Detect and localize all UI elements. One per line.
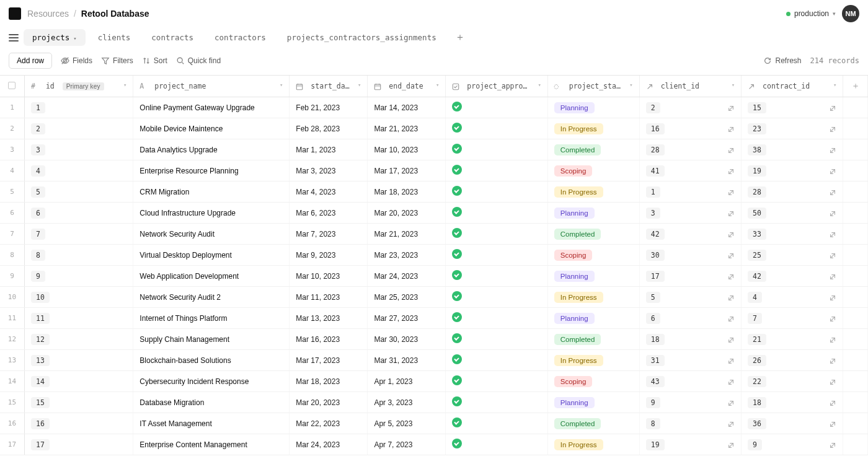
- open-external-icon[interactable]: [829, 167, 836, 175]
- column-header-id[interactable]: # id Primary key ▾: [24, 76, 133, 97]
- quick-find-button[interactable]: Quick find: [176, 56, 221, 66]
- table-row[interactable]: 1414Cybersecurity Incident ResponseMar 1…: [0, 371, 868, 392]
- cell-status[interactable]: Planning: [547, 392, 639, 413]
- tab-clients[interactable]: clients: [89, 29, 140, 46]
- cell-end-date[interactable]: Mar 21, 2023: [368, 224, 446, 245]
- open-external-icon[interactable]: [727, 315, 735, 322]
- cell-status[interactable]: In Progress: [547, 118, 639, 139]
- open-external-icon[interactable]: [727, 399, 735, 406]
- cell-id[interactable]: 6: [24, 203, 133, 224]
- cell-contract-id[interactable]: 38: [742, 139, 843, 160]
- cell-contract-id[interactable]: 42: [742, 266, 843, 287]
- table-viewport[interactable]: # id Primary key ▾ A project_name ▾ star…: [0, 75, 868, 459]
- cell-client-id[interactable]: 9: [639, 392, 741, 413]
- cell-end-date[interactable]: Mar 21, 2023: [368, 118, 446, 139]
- table-row[interactable]: 1010Network Security Audit 2Mar 11, 2023…: [0, 287, 868, 308]
- cell-client-id[interactable]: 16: [639, 118, 741, 139]
- cell-contract-id[interactable]: 4: [742, 287, 843, 308]
- cell-approved[interactable]: [446, 181, 547, 203]
- table-row[interactable]: 33Data Analytics UpgradeMar 1, 2023Mar 1…: [0, 139, 868, 160]
- column-header-start-date[interactable]: start_da… ▾: [290, 76, 368, 97]
- open-external-icon[interactable]: [829, 230, 836, 238]
- cell-contract-id[interactable]: 19: [742, 160, 843, 181]
- cell-end-date[interactable]: Apr 5, 2023: [368, 413, 446, 434]
- cell-end-date[interactable]: Mar 23, 2023: [368, 245, 446, 266]
- open-external-icon[interactable]: [727, 146, 735, 154]
- cell-project-name[interactable]: Supply Chain Management: [133, 329, 290, 350]
- cell-end-date[interactable]: Apr 1, 2023: [368, 371, 446, 392]
- cell-project-name[interactable]: Database Migration: [133, 392, 290, 413]
- cell-start-date[interactable]: Mar 17, 2023: [290, 350, 368, 371]
- cell-contract-id[interactable]: 21: [742, 329, 843, 350]
- cell-start-date[interactable]: Mar 7, 2023: [290, 224, 368, 245]
- open-external-icon[interactable]: [829, 441, 836, 448]
- cell-start-date[interactable]: Mar 22, 2023: [290, 413, 368, 434]
- cell-status[interactable]: Completed: [547, 224, 639, 245]
- cell-start-date[interactable]: Mar 6, 2023: [290, 203, 368, 224]
- open-external-icon[interactable]: [829, 125, 836, 133]
- cell-approved[interactable]: [446, 308, 547, 329]
- cell-project-name[interactable]: Blockchain-based Solutions: [133, 350, 290, 371]
- table-row[interactable]: 77Network Security AuditMar 7, 2023Mar 2…: [0, 224, 868, 245]
- open-external-icon[interactable]: [829, 273, 836, 280]
- cell-start-date[interactable]: Mar 24, 2023: [290, 434, 368, 455]
- cell-id[interactable]: 8: [24, 245, 133, 266]
- cell-client-id[interactable]: 41: [639, 160, 741, 181]
- cell-end-date[interactable]: Mar 14, 2023: [368, 97, 446, 118]
- cell-client-id[interactable]: 43: [639, 371, 741, 392]
- cell-id[interactable]: 7: [24, 224, 133, 245]
- cell-id[interactable]: 1: [24, 97, 133, 118]
- cell-client-id[interactable]: 1: [639, 181, 741, 203]
- cell-client-id[interactable]: 31: [639, 350, 741, 371]
- cell-project-name[interactable]: Cybersecurity Incident Response: [133, 371, 290, 392]
- cell-end-date[interactable]: Mar 20, 2023: [368, 203, 446, 224]
- cell-client-id[interactable]: 17: [639, 266, 741, 287]
- cell-project-name[interactable]: CRM Migration: [133, 181, 290, 203]
- cell-status[interactable]: Planning: [547, 97, 639, 118]
- cell-status[interactable]: In Progress: [547, 181, 639, 203]
- cell-id[interactable]: 4: [24, 160, 133, 181]
- cell-project-name[interactable]: Data Analytics Upgrade: [133, 139, 290, 160]
- open-external-icon[interactable]: [727, 188, 735, 196]
- open-external-icon[interactable]: [727, 273, 735, 280]
- open-external-icon[interactable]: [829, 378, 836, 385]
- cell-project-name[interactable]: Virtual Desktop Deployment: [133, 245, 290, 266]
- cell-status[interactable]: Planning: [547, 266, 639, 287]
- cell-client-id[interactable]: 8: [639, 413, 741, 434]
- cell-status[interactable]: Completed: [547, 139, 639, 160]
- cell-approved[interactable]: [446, 97, 547, 118]
- filters-button[interactable]: Filters: [101, 56, 133, 66]
- cell-start-date[interactable]: Mar 10, 2023: [290, 266, 368, 287]
- open-external-icon[interactable]: [727, 230, 735, 238]
- column-header-project-name[interactable]: A project_name ▾: [133, 76, 290, 97]
- cell-end-date[interactable]: Mar 27, 2023: [368, 308, 446, 329]
- add-tab-button[interactable]: ＋: [450, 28, 470, 46]
- cell-start-date[interactable]: Mar 1, 2023: [290, 139, 368, 160]
- open-external-icon[interactable]: [829, 315, 836, 322]
- cell-approved[interactable]: [446, 371, 547, 392]
- open-external-icon[interactable]: [727, 294, 735, 301]
- table-row[interactable]: 44Enterprise Resource PlanningMar 3, 202…: [0, 160, 868, 181]
- table-row[interactable]: 99Web Application DevelopmentMar 10, 202…: [0, 266, 868, 287]
- cell-start-date[interactable]: Mar 3, 2023: [290, 160, 368, 181]
- tab-contracts[interactable]: contracts: [143, 29, 202, 46]
- cell-project-name[interactable]: Internet of Things Platform: [133, 308, 290, 329]
- table-row[interactable]: 1111Internet of Things PlatformMar 13, 2…: [0, 308, 868, 329]
- cell-client-id[interactable]: 2: [639, 97, 741, 118]
- cell-start-date[interactable]: Mar 9, 2023: [290, 245, 368, 266]
- cell-end-date[interactable]: Mar 17, 2023: [368, 160, 446, 181]
- cell-start-date[interactable]: Mar 13, 2023: [290, 308, 368, 329]
- cell-contract-id[interactable]: 25: [742, 245, 843, 266]
- open-external-icon[interactable]: [829, 104, 836, 111]
- open-external-icon[interactable]: [829, 251, 836, 259]
- cell-status[interactable]: Completed: [547, 329, 639, 350]
- cell-project-name[interactable]: Enterprise Content Management: [133, 434, 290, 455]
- cell-contract-id[interactable]: 23: [742, 118, 843, 139]
- cell-approved[interactable]: [446, 266, 547, 287]
- cell-end-date[interactable]: Mar 18, 2023: [368, 181, 446, 203]
- cell-contract-id[interactable]: 33: [742, 224, 843, 245]
- cell-status[interactable]: Planning: [547, 203, 639, 224]
- column-header-project-approved[interactable]: project_appro… ▾: [446, 76, 547, 97]
- cell-id[interactable]: 11: [24, 308, 133, 329]
- add-column-button[interactable]: ＋: [843, 76, 868, 97]
